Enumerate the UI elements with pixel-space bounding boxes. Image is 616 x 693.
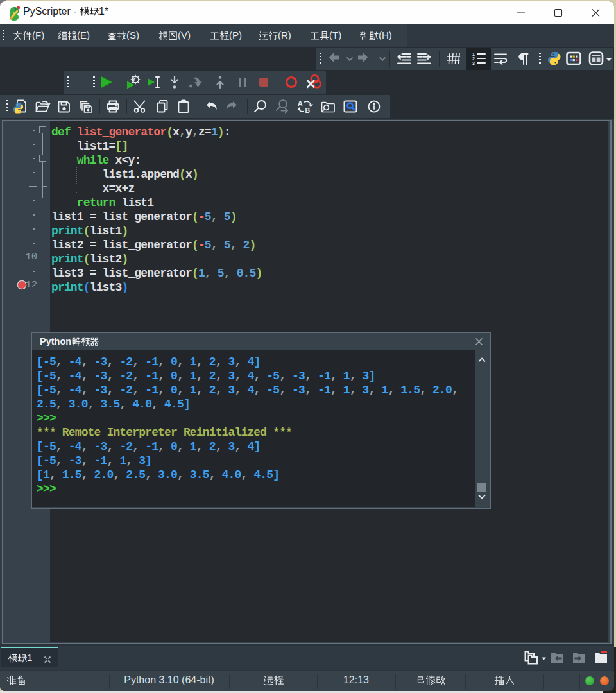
svg-text:B: B: [305, 107, 311, 114]
svg-text:3: 3: [472, 61, 475, 65]
svg-text:1: 1: [472, 52, 475, 56]
svg-text:A: A: [298, 99, 303, 107]
svg-text:2: 2: [472, 56, 475, 61]
